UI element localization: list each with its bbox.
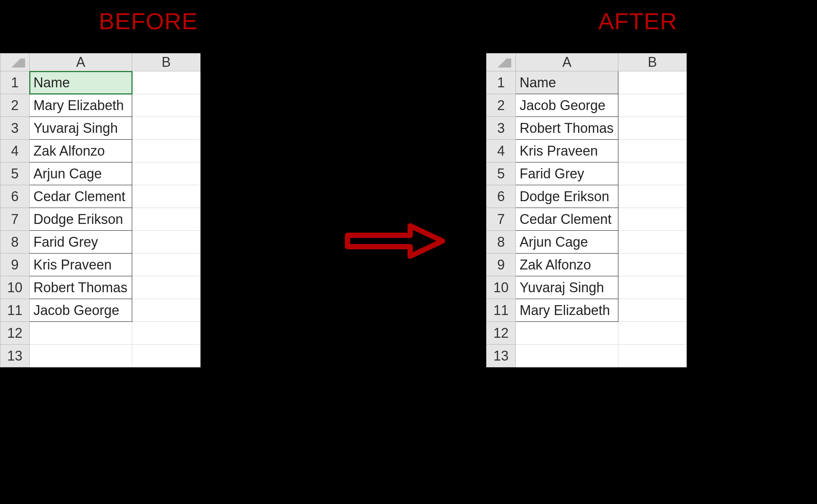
cell-B3[interactable] — [132, 117, 201, 140]
cell-A4[interactable]: Kris Praveen — [516, 140, 618, 162]
cell-A10[interactable]: Robert Thomas — [30, 276, 132, 299]
cell-A8[interactable]: Farid Grey — [30, 231, 132, 254]
before-title: BEFORE — [99, 8, 198, 35]
cell-A5[interactable]: Farid Grey — [516, 162, 618, 185]
cell-B1[interactable] — [132, 71, 201, 94]
row-header[interactable]: 5 — [0, 162, 30, 185]
cell-B4[interactable] — [618, 140, 687, 162]
cell-B12[interactable] — [132, 322, 201, 345]
before-sheet: A B 1 Name 2Mary Elizabeth 3Yuvaraj Sing… — [0, 53, 201, 367]
cell-A7[interactable]: Dodge Erikson — [30, 208, 132, 231]
cell-B8[interactable] — [618, 231, 687, 254]
cell-B12[interactable] — [618, 322, 687, 345]
column-header-A[interactable]: A — [516, 54, 618, 71]
cell-B6[interactable] — [618, 185, 687, 208]
cell-A2[interactable]: Mary Elizabeth — [30, 94, 132, 117]
cell-A9[interactable]: Zak Alfonzo — [516, 254, 618, 276]
row-header[interactable]: 12 — [0, 322, 30, 345]
row-header[interactable]: 4 — [0, 140, 30, 162]
column-header-A[interactable]: A — [30, 54, 132, 71]
cell-A12[interactable] — [30, 322, 132, 345]
cell-B5[interactable] — [132, 162, 201, 185]
row-header[interactable]: 13 — [0, 345, 30, 367]
cell-A1[interactable]: Name — [30, 71, 132, 94]
cell-A1[interactable]: Name — [516, 71, 618, 94]
row-header[interactable]: 5 — [487, 162, 516, 185]
row-header[interactable]: 1 — [0, 71, 30, 94]
cell-B2[interactable] — [618, 94, 687, 117]
right-arrow-icon — [342, 220, 448, 263]
row-header[interactable]: 9 — [0, 254, 30, 276]
cell-A11[interactable]: Mary Elizabeth — [516, 299, 618, 322]
cell-B1[interactable] — [618, 71, 687, 94]
cell-B10[interactable] — [132, 276, 201, 299]
cell-A5[interactable]: Arjun Cage — [30, 162, 132, 185]
cell-B8[interactable] — [132, 231, 201, 254]
cell-B7[interactable] — [132, 208, 201, 231]
row-header[interactable]: 7 — [0, 208, 30, 231]
row-header[interactable]: 8 — [487, 231, 516, 254]
cell-A3[interactable]: Robert Thomas — [516, 117, 618, 140]
cell-A12[interactable] — [516, 322, 618, 345]
cell-B13[interactable] — [132, 345, 201, 367]
cell-B2[interactable] — [132, 94, 201, 117]
row-header[interactable]: 4 — [487, 140, 516, 162]
row-header[interactable]: 3 — [487, 117, 516, 140]
svg-marker-1 — [498, 58, 511, 68]
cell-A11[interactable]: Jacob George — [30, 299, 132, 322]
row-header[interactable]: 11 — [0, 299, 30, 322]
row-header[interactable]: 13 — [487, 345, 516, 367]
after-sheet: A B 1 Name 2Jacob George 3Robert Thomas … — [486, 53, 687, 367]
row-header[interactable]: 11 — [487, 299, 516, 322]
select-all-triangle-icon[interactable] — [487, 54, 516, 71]
cell-A8[interactable]: Arjun Cage — [516, 231, 618, 254]
cell-A13[interactable] — [516, 345, 618, 367]
row-header[interactable]: 10 — [0, 276, 30, 299]
cell-A13[interactable] — [30, 345, 132, 367]
cell-B9[interactable] — [618, 254, 687, 276]
cell-B11[interactable] — [132, 299, 201, 322]
row-header[interactable]: 3 — [0, 117, 30, 140]
cell-A6[interactable]: Dodge Erikson — [516, 185, 618, 208]
cell-A9[interactable]: Kris Praveen — [30, 254, 132, 276]
cell-B13[interactable] — [618, 345, 687, 367]
cell-B10[interactable] — [618, 276, 687, 299]
cell-B6[interactable] — [132, 185, 201, 208]
row-header[interactable]: 7 — [487, 208, 516, 231]
cell-A2[interactable]: Jacob George — [516, 94, 618, 117]
cell-B9[interactable] — [132, 254, 201, 276]
row-header[interactable]: 2 — [0, 94, 30, 117]
cell-B11[interactable] — [618, 299, 687, 322]
cell-B3[interactable] — [618, 117, 687, 140]
column-header-B[interactable]: B — [132, 54, 201, 71]
column-header-B[interactable]: B — [618, 54, 687, 71]
row-header[interactable]: 2 — [487, 94, 516, 117]
row-header[interactable]: 12 — [487, 322, 516, 345]
cell-A6[interactable]: Cedar Clement — [30, 185, 132, 208]
cell-A7[interactable]: Cedar Clement — [516, 208, 618, 231]
cell-A4[interactable]: Zak Alfonzo — [30, 140, 132, 162]
row-header[interactable]: 1 — [487, 71, 516, 94]
row-header[interactable]: 10 — [487, 276, 516, 299]
row-header[interactable]: 9 — [487, 254, 516, 276]
svg-marker-0 — [11, 58, 25, 68]
cell-B4[interactable] — [132, 140, 201, 162]
cell-B7[interactable] — [618, 208, 687, 231]
row-header[interactable]: 8 — [0, 231, 30, 254]
row-header[interactable]: 6 — [487, 185, 516, 208]
cell-A3[interactable]: Yuvaraj Singh — [30, 117, 132, 140]
cell-A10[interactable]: Yuvaraj Singh — [516, 276, 618, 299]
select-all-triangle-icon[interactable] — [0, 54, 30, 71]
cell-B5[interactable] — [618, 162, 687, 185]
row-header[interactable]: 6 — [0, 185, 30, 208]
after-title: AFTER — [598, 8, 677, 35]
